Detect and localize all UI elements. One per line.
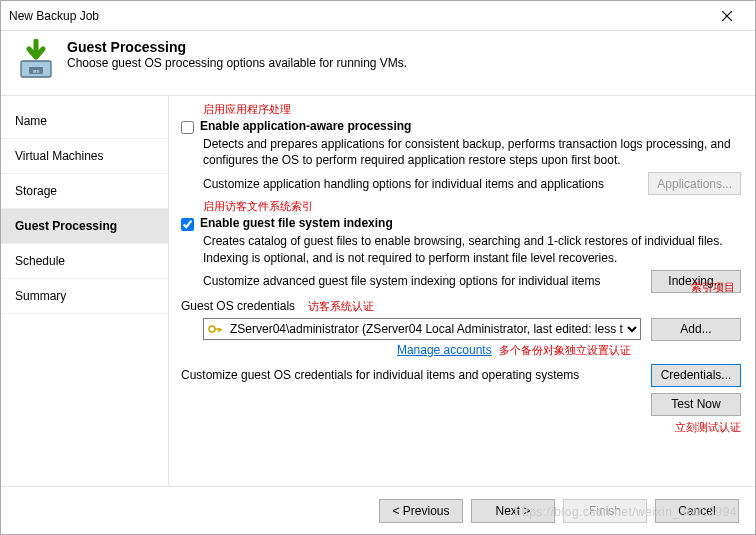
add-credentials-button[interactable]: Add... <box>651 318 741 341</box>
label-indexing: Enable guest file system indexing <box>200 216 393 230</box>
label-customize-credentials: Customize guest OS credentials for indiv… <box>181 368 579 382</box>
finish-button: Finish <box>563 499 647 523</box>
annotation-test-now: 立刻测试认证 <box>675 421 741 433</box>
sidebar-item-name[interactable]: Name <box>1 104 168 139</box>
window-title: New Backup Job <box>9 9 99 23</box>
option-indexing: Enable guest file system indexing Create… <box>181 216 741 292</box>
svg-point-3 <box>209 326 215 332</box>
label-guest-credentials: Guest OS credentials <box>181 299 295 313</box>
svg-text:vm: vm <box>33 68 40 74</box>
sidebar-item-virtual-machines[interactable]: Virtual Machines <box>1 139 168 174</box>
wizard-footer: < Previous Next > Finish Cancel <box>1 486 755 534</box>
page-subtitle: Choose guest OS processing options avail… <box>67 56 407 70</box>
annotation-multi-obj: 多个备份对象独立设置认证 <box>499 344 631 356</box>
sidebar-item-guest-processing[interactable]: Guest Processing <box>1 209 168 244</box>
titlebar: New Backup Job <box>1 1 755 31</box>
cancel-button[interactable]: Cancel <box>655 499 739 523</box>
page-title: Guest Processing <box>67 39 407 55</box>
test-now-button[interactable]: Test Now <box>651 393 741 416</box>
sidebar-item-summary[interactable]: Summary <box>1 279 168 314</box>
subline-app-aware: Customize application handling options f… <box>203 177 604 191</box>
checkbox-app-aware[interactable] <box>181 121 194 134</box>
next-button[interactable]: Next > <box>471 499 555 523</box>
sidebar-item-storage[interactable]: Storage <box>1 174 168 209</box>
annotation-guest-cred: 访客系统认证 <box>308 300 374 312</box>
close-button[interactable] <box>707 3 747 29</box>
checkbox-indexing[interactable] <box>181 218 194 231</box>
wizard-sidebar: Name Virtual Machines Storage Guest Proc… <box>1 96 169 486</box>
sidebar-item-schedule[interactable]: Schedule <box>1 244 168 279</box>
credentials-dropdown[interactable]: ZServer04\administrator (ZServer04 Local… <box>203 318 641 340</box>
desc-indexing: Creates catalog of guest files to enable… <box>203 233 741 265</box>
label-app-aware: Enable application-aware processing <box>200 119 411 133</box>
wizard-header: vm Guest Processing Choose guest OS proc… <box>1 31 755 96</box>
content-panel: 启用应用程序处理 Enable application-aware proces… <box>169 96 755 486</box>
annotation-enable-app: 启用应用程序处理 <box>203 102 741 117</box>
previous-button[interactable]: < Previous <box>379 499 463 523</box>
key-icon <box>207 321 223 337</box>
manage-accounts-link[interactable]: Manage accounts <box>397 343 492 357</box>
close-icon <box>722 11 732 21</box>
guest-processing-icon: vm <box>15 39 57 81</box>
option-app-aware: Enable application-aware processing Dete… <box>181 119 741 195</box>
wizard-body: Name Virtual Machines Storage Guest Proc… <box>1 96 755 486</box>
credentials-button[interactable]: Credentials... <box>651 364 741 387</box>
subline-indexing: Customize advanced guest file system ind… <box>203 274 601 288</box>
applications-button: Applications... <box>648 172 741 195</box>
desc-app-aware: Detects and prepares applications for co… <box>203 136 741 168</box>
annotation-enable-indexing: 启用访客文件系统索引 <box>203 199 741 214</box>
annotation-indexing-item: 索引项目 <box>691 281 735 295</box>
dialog-window: New Backup Job vm Guest Processing Choos… <box>0 0 756 535</box>
